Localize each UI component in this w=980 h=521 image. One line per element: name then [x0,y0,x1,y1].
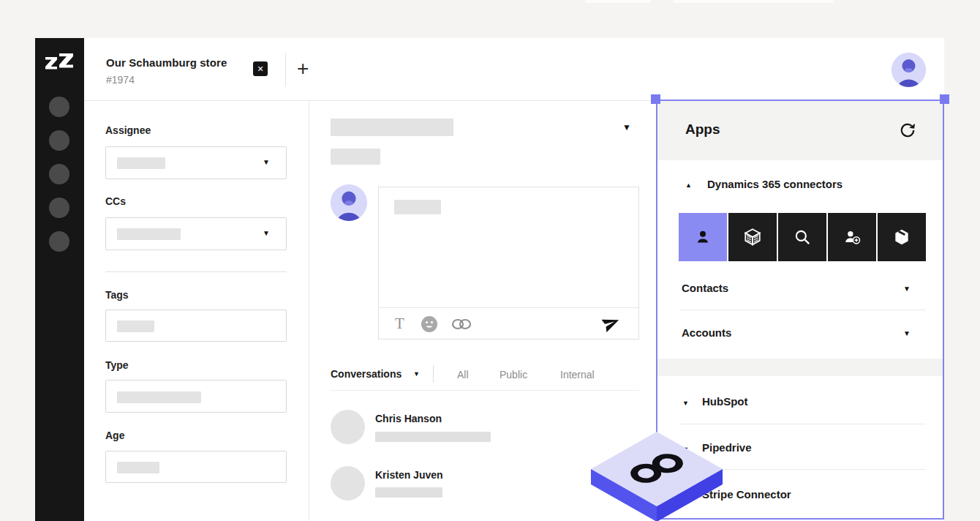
user-avatar[interactable] [892,53,926,87]
add-contact-tab-button[interactable] [828,213,876,261]
selection-handle[interactable] [940,94,949,104]
text-format-icon[interactable]: T [395,315,404,333]
ccs-value-placeholder [117,228,181,240]
panel-separator-band [657,359,943,376]
chevron-down-icon[interactable]: ▼ [263,229,270,237]
collapse-up-icon[interactable]: ▲ [685,181,692,189]
desktop-background: Our Schaumburg store #1974 ✕ + Assignee … [0,0,980,521]
field-label-age: Age [105,430,124,441]
close-tab-button[interactable]: ✕ [253,61,268,76]
panel-row-divider [702,469,926,470]
package-tab-button[interactable] [878,213,926,261]
connector-group-label[interactable]: Dynamics 365 connectors [707,178,843,190]
filter-all[interactable]: All [457,369,469,381]
accounts-section-label[interactable]: Accounts [682,326,731,339]
age-value-placeholder [117,462,159,473]
apps-panel-title: Apps [685,121,720,138]
ticket-subject-placeholder [331,119,453,136]
panel-row-divider [680,310,926,310]
new-tab-button[interactable]: + [297,57,309,80]
conversation-divider [331,390,639,391]
ccs-select[interactable]: ▼ [105,217,287,250]
sidebar-nav-placeholder[interactable] [49,130,69,151]
ticket-tab-title[interactable]: Our Schaumburg store [106,56,227,69]
message-avatar-placeholder [331,466,365,501]
connector-cube-illustration [591,432,723,521]
contact-tab-button[interactable] [679,213,727,261]
age-input[interactable] [105,451,287,483]
search-tab-button[interactable] [778,213,826,261]
package-icon [892,228,911,247]
link-icon[interactable] [451,317,472,331]
ticket-meta-placeholder [331,149,380,165]
message-text-placeholder [375,487,442,498]
field-label-ccs: CCs [105,195,126,207]
apps-panel-header: Apps [657,101,943,160]
assignee-select[interactable]: ▼ [105,146,287,179]
top-edge-artifact [673,0,834,3]
sidebar-nav-placeholder[interactable] [49,164,69,184]
agent-avatar [331,184,367,221]
message-avatar-placeholder [331,410,365,444]
chevron-down-icon[interactable]: ▼ [903,329,911,337]
chevron-down-icon[interactable]: ▼ [413,370,420,378]
tab-divider [285,53,286,86]
zendesk-logo-icon [45,53,74,79]
chevron-down-icon[interactable]: ▼ [903,285,911,293]
contact-person-icon [693,228,712,247]
avatar-photo-icon [892,53,926,87]
expand-down-icon[interactable]: ▼ [682,400,689,407]
filter-internal[interactable]: Internal [560,369,595,381]
field-label-assignee: Assignee [105,124,151,136]
reply-composer[interactable]: T [378,187,639,340]
top-edge-artifact [585,0,651,3]
message-text-placeholder [375,432,491,442]
data-cube-icon [743,228,762,247]
conversations-dropdown[interactable]: Conversations [331,368,402,380]
field-label-type: Type [105,359,129,371]
selection-handle[interactable] [651,94,660,104]
type-input[interactable] [105,380,287,413]
panel-divider [309,101,309,521]
hubspot-app-label[interactable]: HubSpot [702,395,747,408]
composer-toolbar: T [379,307,638,339]
message-author[interactable]: Kristen Juven [375,469,443,481]
sidebar-nav-placeholder[interactable] [49,198,69,218]
tags-value-placeholder [117,321,154,332]
filter-divider [433,365,434,383]
chevron-down-icon[interactable]: ▼ [263,158,270,166]
field-group-divider [105,271,287,272]
zendesk-sidebar [35,38,84,521]
chevron-down-icon[interactable]: ▼ [622,122,631,132]
ticket-number: #1974 [106,74,135,86]
search-icon [793,228,812,247]
sidebar-nav-placeholder[interactable] [49,231,69,252]
filter-public[interactable]: Public [500,369,527,381]
refresh-icon[interactable] [899,121,916,139]
panel-row-divider [680,424,926,424]
avatar-photo-icon [331,184,367,221]
person-add-icon [843,228,862,247]
send-icon[interactable] [602,314,620,332]
assignee-value-placeholder [117,157,165,169]
sidebar-nav-placeholder[interactable] [49,97,69,117]
emoji-icon[interactable] [421,315,438,333]
dataverse-tab-button[interactable] [728,213,777,261]
field-label-tags: Tags [105,289,129,301]
message-author[interactable]: Chris Hanson [375,413,442,424]
link-cube-icon [591,432,723,521]
tags-input[interactable] [105,310,287,342]
contacts-section-label[interactable]: Contacts [682,282,728,294]
connector-tab-bar [679,213,926,261]
type-value-placeholder [117,391,201,403]
composer-text-placeholder [394,200,441,214]
